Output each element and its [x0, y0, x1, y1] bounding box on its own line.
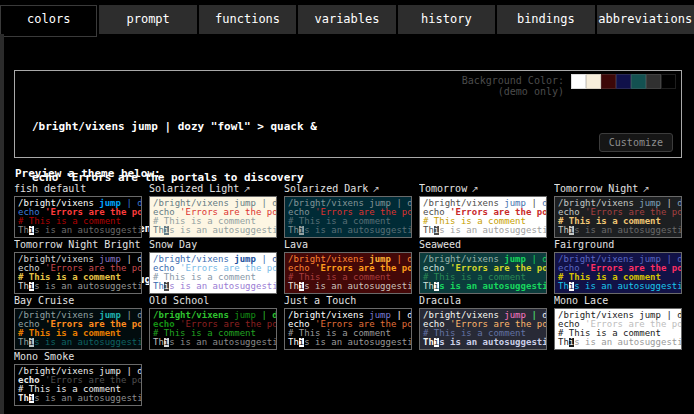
theme-name-label: Solarized Dark↗	[284, 183, 412, 195]
theme-card-old-school[interactable]: Old School/bright/vixens jump | dozy "ec…	[149, 295, 277, 350]
token-autosug: s is an autosuggestion	[439, 337, 547, 347]
theme-card-bay-cruise[interactable]: Bay Cruise/bright/vixens jump | dozy "ec…	[14, 295, 142, 350]
token-autosug: s is an autosuggestion	[34, 337, 142, 347]
theme-preview-line: This is an autosuggestion	[288, 282, 408, 291]
theme-preview-line: This is an autosuggestion	[18, 394, 138, 403]
bg-swatch-teal[interactable]	[631, 74, 646, 89]
token-fg: Th	[18, 225, 29, 235]
theme-preview-box[interactable]: /bright/vixens jump | dozy "echo 'Errors…	[149, 252, 277, 294]
tab-abbreviations[interactable]: abbreviations	[597, 5, 694, 34]
token-autosug: s is an autosuggestion	[304, 225, 412, 235]
theme-preview-box[interactable]: /bright/vixens jump | dozy "echo 'Errors…	[284, 196, 412, 238]
tab-bar: colorspromptfunctionsvariableshistorybin…	[0, 5, 694, 34]
theme-grid: fish default/bright/vixens jump | dozy "…	[14, 183, 692, 407]
bg-swatch-white[interactable]	[571, 74, 586, 89]
theme-preview-line: This is an autosuggestion	[288, 226, 408, 235]
tab-variables[interactable]: variables	[298, 5, 395, 34]
theme-card-solarized-light[interactable]: Solarized Light↗/bright/vixens jump | do…	[149, 183, 277, 238]
theme-preview-line: This is an autosuggestion	[558, 282, 678, 291]
theme-preview-box[interactable]: /bright/vixens jump | dozy "echo 'Errors…	[149, 196, 277, 238]
token-autosug: s is an autosuggestion	[169, 337, 277, 347]
preview-heading: Preview a theme below:	[15, 167, 161, 180]
tab-functions[interactable]: functions	[199, 5, 296, 34]
theme-name-label: Snow Day	[149, 239, 277, 251]
theme-card-solarized-dark[interactable]: Solarized Dark↗/bright/vixens jump | doz…	[284, 183, 412, 238]
token-fg: Th	[423, 281, 434, 291]
theme-name-label: Fairground	[554, 239, 682, 251]
token-fg: Th	[288, 281, 299, 291]
token-fg: Th	[423, 337, 434, 347]
token-fg: Th	[423, 225, 434, 235]
token-autosug: s is an autosuggestion	[34, 281, 142, 291]
theme-preview-box[interactable]: /bright/vixens jump | dozy "echo 'Errors…	[284, 252, 412, 294]
theme-preview-box[interactable]: /bright/vixens jump | dozy "echo 'Errors…	[419, 308, 547, 350]
external-link-icon[interactable]: ↗	[471, 184, 479, 194]
theme-preview-box[interactable]: /bright/vixens jump | dozy "echo 'Errors…	[14, 364, 142, 406]
background-color-picker: Background Color: (demo only)	[462, 74, 676, 97]
tab-prompt[interactable]: prompt	[99, 5, 196, 34]
theme-card-mono-smoke[interactable]: Mono Smoke/bright/vixens jump | dozy "ec…	[14, 351, 142, 406]
tab-history[interactable]: history	[398, 5, 495, 34]
theme-name-label: Mono Lace	[554, 295, 682, 307]
theme-name-label: Tomorrow↗	[419, 183, 547, 195]
bg-swatch-cream[interactable]	[586, 74, 601, 89]
token-fg: Th	[153, 225, 164, 235]
theme-preview-box[interactable]: /bright/vixens jump | dozy "echo 'Errors…	[14, 308, 142, 350]
theme-card-lava[interactable]: Lava/bright/vixens jump | dozy "echo 'Er…	[284, 239, 412, 294]
theme-name-label: Tomorrow Night↗	[554, 183, 682, 195]
bg-swatch-navy[interactable]	[616, 74, 631, 89]
theme-preview-line: This is an autosuggestion	[18, 282, 138, 291]
external-link-icon[interactable]: ↗	[243, 184, 251, 194]
bg-swatch-charcoal[interactable]	[646, 74, 661, 89]
theme-preview-box[interactable]: /bright/vixens jump | dozy "echo 'Errors…	[149, 308, 277, 350]
theme-preview-line: This is an autosuggestion	[153, 338, 273, 347]
theme-preview-box[interactable]: /bright/vixens jump | dozy "echo 'Errors…	[284, 308, 412, 350]
theme-preview-box[interactable]: /bright/vixens jump | dozy "echo 'Errors…	[554, 308, 682, 350]
theme-preview-box[interactable]: /bright/vixens jump | dozy "echo 'Errors…	[554, 196, 682, 238]
theme-card-just-a-touch[interactable]: Just a Touch/bright/vixens jump | dozy "…	[284, 295, 412, 350]
token-fg: Th	[18, 281, 29, 291]
token-autosug: s is an autosuggestion	[574, 281, 682, 291]
theme-preview-line: This is an autosuggestion	[288, 338, 408, 347]
theme-preview-box[interactable]: /bright/vixens jump | dozy "echo 'Errors…	[14, 252, 142, 294]
bg-swatch-maroon[interactable]	[601, 74, 616, 89]
theme-preview-box[interactable]: /bright/vixens jump | dozy "echo 'Errors…	[419, 252, 547, 294]
theme-card-tomorrow-night-bright[interactable]: Tomorrow Night Bright↗/bright/vixens jum…	[14, 239, 142, 294]
token-autosug: s is an autosuggestion	[34, 393, 142, 403]
token-fg: Th	[18, 337, 29, 347]
token-fg: Th	[18, 393, 29, 403]
demo-only-label: (demo only)	[462, 86, 564, 97]
theme-name-label: Dracula	[419, 295, 547, 307]
theme-card-snow-day[interactable]: Snow Day/bright/vixens jump | dozy "echo…	[149, 239, 277, 294]
token-fg: Th	[153, 281, 164, 291]
background-swatch-row	[571, 74, 676, 89]
token-autosug: s is an autosuggestion	[169, 281, 277, 291]
token-fg: Th	[288, 337, 299, 347]
tab-bindings[interactable]: bindings	[497, 5, 594, 34]
theme-card-fairground[interactable]: Fairground/bright/vixens jump | dozy "ec…	[554, 239, 682, 294]
tab-colors[interactable]: colors	[0, 5, 97, 37]
theme-preview-box[interactable]: /bright/vixens jump | dozy "echo 'Errors…	[419, 196, 547, 238]
token-autosug: s is an autosuggestion	[574, 225, 682, 235]
theme-name-label: fish default	[14, 183, 142, 195]
terminal-line-command: /bright/vixens jump | dozy "fowl" > quac…	[32, 118, 317, 135]
token-fg: Th	[558, 225, 569, 235]
token-fg: Th	[153, 337, 164, 347]
theme-card-mono-lace[interactable]: Mono Lace/bright/vixens jump | dozy "ech…	[554, 295, 682, 350]
external-link-icon[interactable]: ↗	[372, 184, 380, 194]
theme-preview-line: This is an autosuggestion	[558, 338, 678, 347]
theme-name-label: Tomorrow Night Bright↗	[14, 239, 142, 251]
theme-card-tomorrow-night[interactable]: Tomorrow Night↗/bright/vixens jump | doz…	[554, 183, 682, 238]
bg-swatch-black[interactable]	[661, 74, 676, 89]
external-link-icon[interactable]: ↗	[642, 184, 650, 194]
customize-button[interactable]: Customize	[599, 133, 673, 152]
theme-name-label: Mono Smoke	[14, 351, 142, 363]
theme-preview-box[interactable]: /bright/vixens jump | dozy "echo 'Errors…	[554, 252, 682, 294]
theme-card-fish-default[interactable]: fish default/bright/vixens jump | dozy "…	[14, 183, 142, 238]
token-fg: Th	[558, 337, 569, 347]
theme-card-tomorrow[interactable]: Tomorrow↗/bright/vixens jump | dozy "ech…	[419, 183, 547, 238]
theme-card-dracula[interactable]: Dracula/bright/vixens jump | dozy "echo …	[419, 295, 547, 350]
theme-card-seaweed[interactable]: Seaweed/bright/vixens jump | dozy "echo …	[419, 239, 547, 294]
token-autosug: s is an autosuggestion	[439, 225, 547, 235]
theme-preview-box[interactable]: /bright/vixens jump | dozy "echo 'Errors…	[14, 196, 142, 238]
